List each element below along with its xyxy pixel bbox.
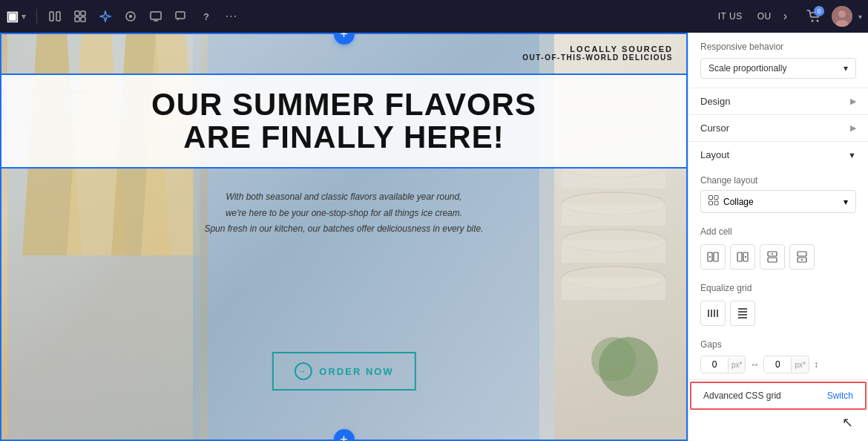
svg-rect-66: [714, 310, 715, 317]
cursor-arrow-icon: ▶: [850, 123, 856, 133]
main-area: + + LOCALLY SOURCED OUT-OF-THIS-WORLD DE…: [0, 33, 868, 441]
gap-arrows: ↔: [750, 359, 759, 370]
tagline-line2: OUT-OF-THIS-WORLD DELICIOUS: [522, 53, 673, 62]
gap-horizontal-input[interactable]: px*: [700, 356, 746, 373]
responsive-section: Responsive behavior Scale proportionally…: [688, 33, 868, 88]
right-panel: Responsive behavior Scale proportionally…: [688, 33, 868, 441]
svg-rect-3: [81, 11, 85, 16]
svg-rect-71: [738, 317, 747, 318]
svg-point-10: [812, 20, 814, 22]
layout-arrow-icon: ▼: [848, 151, 856, 160]
help-icon[interactable]: ?: [196, 6, 217, 27]
toolbar: ▣ ▾: [0, 0, 868, 33]
svg-rect-70: [738, 314, 747, 316]
collage-chevron-icon: ▾: [844, 197, 848, 207]
svg-rect-69: [738, 311, 747, 313]
equalize-label: Equalize grid: [688, 277, 868, 298]
collage-select[interactable]: Collage ▾: [700, 190, 856, 213]
svg-point-7: [129, 15, 132, 18]
add-cell-bottom-button[interactable]: +: [334, 429, 355, 441]
display-icon[interactable]: [145, 6, 166, 27]
change-layout-label: Change layout: [688, 168, 868, 190]
cursor-section: Cursor ▶: [688, 115, 868, 142]
svg-rect-68: [738, 308, 747, 310]
hero-headline[interactable]: OUR SUMMER FLAVORS ARE FINALLY HERE!: [0, 74, 688, 169]
cta-arrow-icon: →: [294, 362, 312, 380]
gap-v-arrow-icon: ↕: [814, 359, 818, 370]
sparkle-icon[interactable]: [95, 6, 116, 27]
gap-v-field[interactable]: [764, 356, 791, 373]
svg-rect-2: [75, 11, 79, 16]
svg-rect-9: [176, 12, 185, 19]
layout-row[interactable]: Layout ▼: [688, 142, 868, 168]
design-label: Design: [700, 96, 730, 107]
svg-point-11: [817, 20, 819, 22]
add-cell-label: Add cell: [688, 220, 868, 241]
responsive-select[interactable]: Scale proportionally ▾: [700, 58, 856, 79]
add-top-button[interactable]: [760, 244, 785, 270]
nav-items: IT US OU ›: [711, 7, 792, 26]
add-left-button[interactable]: [700, 244, 726, 270]
cart-badge: 0: [814, 6, 824, 16]
headline-text: OUR SUMMER FLAVORS ARE FINALLY HERE!: [15, 88, 673, 154]
cursor-label: Cursor: [700, 122, 729, 134]
columns-icon[interactable]: [45, 6, 65, 27]
gap-v-unit: px*: [791, 358, 808, 372]
top-section: LOCALLY SOURCED OUT-OF-THIS-WORLD DELICI…: [0, 33, 688, 74]
collage-icon: [708, 195, 719, 208]
more-icon[interactable]: ···: [221, 6, 242, 27]
toolbar-divider: [36, 9, 37, 24]
gap-h-field[interactable]: [701, 356, 728, 373]
svg-rect-44: [709, 196, 713, 200]
layout-label: Layout: [700, 149, 729, 160]
grid-icon[interactable]: [70, 6, 91, 27]
comment-icon[interactable]: [171, 6, 191, 27]
cta-section: → ORDER NOW: [272, 352, 415, 391]
svg-rect-49: [714, 252, 718, 261]
equalize-rows-button[interactable]: [730, 301, 755, 326]
gap-vertical-input[interactable]: px*: [763, 356, 809, 373]
svg-rect-1: [56, 12, 60, 21]
svg-rect-67: [717, 310, 718, 317]
gap-h-unit: px*: [728, 358, 745, 372]
avatar-chevron-icon[interactable]: ▾: [858, 13, 862, 21]
order-now-button[interactable]: → ORDER NOW: [272, 352, 415, 391]
gap-v-arrows: ↕: [814, 359, 818, 370]
site-content: + + LOCALLY SOURCED OUT-OF-THIS-WORLD DE…: [0, 33, 688, 441]
svg-rect-8: [151, 12, 161, 19]
body-section: With both seasonal and classic flavors a…: [0, 177, 688, 249]
add-right-button[interactable]: [730, 244, 755, 270]
brand-logo[interactable]: ▣ ▾: [6, 8, 26, 24]
cursor-tool-icon[interactable]: [120, 6, 141, 27]
svg-point-13: [838, 10, 846, 18]
cursor-row[interactable]: Cursor ▶: [688, 115, 868, 141]
svg-rect-46: [709, 201, 713, 205]
canvas-content: + + LOCALLY SOURCED OUT-OF-THIS-WORLD DE…: [0, 33, 688, 441]
gap-h-arrow-icon: ↔: [750, 359, 759, 370]
avatar[interactable]: [832, 6, 852, 27]
equalize-columns-button[interactable]: [700, 301, 726, 326]
switch-button[interactable]: Switch: [827, 391, 853, 401]
svg-rect-4: [75, 17, 79, 22]
design-row[interactable]: Design ▶: [688, 88, 868, 114]
responsive-chevron-icon: ▾: [844, 63, 848, 74]
svg-rect-45: [714, 196, 718, 200]
design-section: Design ▶: [688, 88, 868, 115]
gaps-label: Gaps: [700, 339, 856, 350]
advanced-label: Advanced CSS grid: [703, 391, 781, 401]
svg-rect-57: [768, 258, 777, 262]
nav-item-it-us[interactable]: IT US: [711, 8, 750, 24]
layout-section: Layout ▼ Change layout Collage: [688, 142, 868, 380]
add-bottom-button[interactable]: [789, 244, 815, 270]
nav-item-ou[interactable]: OU: [750, 8, 779, 24]
advanced-css-grid-section[interactable]: Advanced CSS grid Switch: [690, 382, 867, 410]
design-arrow-icon: ▶: [850, 97, 856, 106]
responsive-label: Responsive behavior: [700, 42, 856, 52]
nav-more-btn[interactable]: ›: [779, 7, 792, 26]
cursor-pointer-icon: ↖: [842, 414, 853, 431]
cart-button[interactable]: 0: [802, 4, 826, 28]
svg-rect-65: [711, 310, 712, 317]
gaps-inputs: px* ↔ px* ↕: [700, 356, 856, 373]
canvas-area[interactable]: + + LOCALLY SOURCED OUT-OF-THIS-WORLD DE…: [0, 33, 688, 441]
equalize-icons: [688, 298, 868, 333]
